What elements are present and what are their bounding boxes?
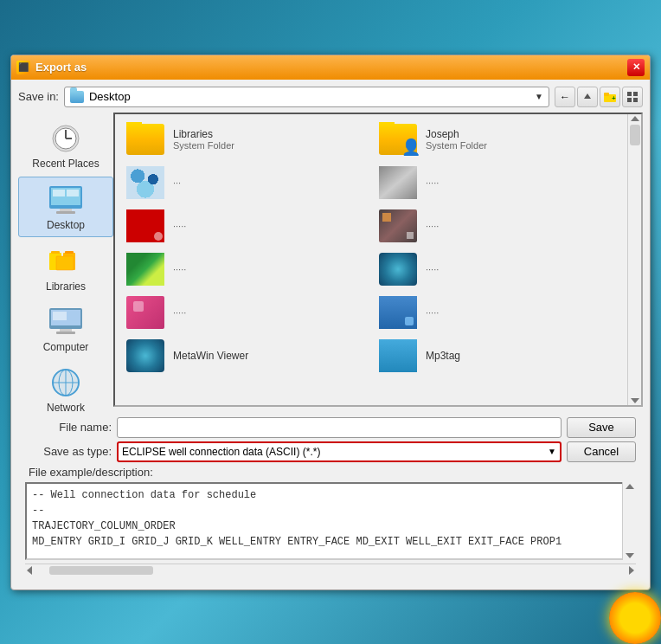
file-thumb-mp3tag (377, 338, 419, 373)
horizontal-scrollbar[interactable] (25, 564, 636, 577)
file-item-3[interactable]: ··· (119, 161, 371, 204)
view-button[interactable] (622, 87, 643, 107)
preview-scroll-up[interactable] (626, 484, 634, 489)
sidebar: Recent Places Desktop (18, 113, 113, 407)
desktop-icon-1 (126, 166, 164, 199)
file-item-10[interactable]: ····· (371, 291, 624, 334)
file-name-4: ····· (426, 177, 439, 188)
file-name-row: File name: Save (25, 417, 636, 438)
preview-scrollbar[interactable] (622, 482, 636, 560)
file-info-9: ····· (173, 307, 186, 318)
save-as-type-value: ECLIPSE well connection data (ASCII) (*.… (122, 446, 320, 458)
recent-places-label: Recent Places (32, 158, 99, 170)
sidebar-item-network[interactable]: Network (18, 360, 113, 419)
file-info-joseph: Joseph System Folder (426, 128, 487, 151)
file-item-6[interactable]: ····· (371, 204, 624, 248)
back-button[interactable]: ← (555, 87, 575, 107)
file-info-6: ····· (426, 221, 439, 231)
file-name-input[interactable] (117, 417, 562, 438)
save-in-dropdown[interactable]: Desktop ▼ (64, 87, 549, 107)
h-scroll-thumb[interactable] (49, 566, 153, 575)
save-as-type-dropdown[interactable]: ECLIPSE well connection data (ASCII) (*.… (117, 441, 562, 462)
preview-scroll-down[interactable] (626, 553, 634, 558)
svg-rect-18 (51, 251, 60, 254)
file-item-5[interactable]: ····· (119, 204, 371, 248)
vertical-scrollbar[interactable] (627, 114, 641, 405)
file-item-8[interactable]: ····· (371, 248, 624, 291)
desktop-icon-2 (379, 166, 417, 199)
folder-new-icon: + (604, 92, 616, 102)
file-item-9[interactable]: ····· (119, 291, 371, 334)
computer-label: Computer (43, 341, 89, 353)
svg-point-31 (54, 370, 78, 395)
file-name-6: ····· (426, 221, 439, 231)
file-thumb-8 (377, 252, 419, 287)
file-thumb-3 (125, 165, 166, 200)
preview-line4: MD_ENTRY GRID_I GRID_J GRID_K WELL_ENTRY… (32, 534, 619, 550)
file-type-joseph: System Folder (426, 140, 487, 151)
network-icon (45, 365, 87, 400)
computer-icon (45, 305, 87, 339)
file-thumb-libraries (125, 122, 166, 157)
save-in-row: Save in: Desktop ▼ ← (18, 87, 643, 107)
file-item-joseph[interactable]: 👤 Joseph System Folder (371, 118, 624, 161)
metawin-icon (126, 339, 164, 372)
sidebar-item-computer[interactable]: Computer (18, 299, 113, 358)
desktop-icon-8 (379, 253, 417, 286)
scroll-down-arrow[interactable] (631, 398, 639, 403)
file-item-4[interactable]: ····· (371, 161, 624, 204)
recent-places-icon (45, 121, 87, 156)
file-item-libraries[interactable]: Libraries System Folder (119, 118, 371, 161)
scroll-thumb[interactable] (630, 125, 640, 145)
svg-text:+: + (612, 94, 616, 102)
desktop-icon-3 (126, 209, 164, 242)
file-thumb-10 (377, 295, 419, 330)
file-info-7: ····· (173, 264, 186, 274)
file-item-mp3tag[interactable]: Mp3tag (371, 334, 624, 377)
file-thumb-9 (125, 295, 166, 330)
file-name-3: ··· (173, 177, 181, 188)
folder-icon (70, 91, 84, 103)
file-info-10: ····· (426, 307, 439, 318)
new-folder-button[interactable]: + (600, 87, 620, 107)
file-name-8: ····· (426, 264, 439, 274)
save-button[interactable]: Save (567, 417, 636, 438)
file-thumb-metawin (125, 338, 166, 373)
view-icon (627, 92, 638, 102)
file-thumb-7 (125, 252, 166, 287)
file-thumb-joseph: 👤 (377, 122, 419, 157)
cancel-button[interactable]: Cancel (567, 441, 636, 462)
app-icon: ⬛ (16, 61, 30, 74)
libraries-icon (45, 244, 87, 279)
desktop-icon-9 (126, 296, 164, 329)
file-item-7[interactable]: ····· (119, 248, 371, 291)
file-name-9: ····· (173, 307, 186, 318)
export-dialog: ⬛ Export as ✕ Save in: Desktop ▼ ← (10, 55, 651, 590)
dropdown-arrow-icon: ▼ (535, 92, 543, 101)
file-preview: -- Well connection data for schedule -- … (25, 482, 636, 560)
preview-line1: -- Well connection data for schedule (32, 487, 619, 503)
desktop-icon-4 (379, 209, 417, 242)
title-bar: ⬛ Export as ✕ (11, 55, 650, 80)
sidebar-item-desktop[interactable]: Desktop (18, 177, 113, 237)
close-button[interactable]: ✕ (627, 59, 645, 76)
svg-rect-4 (633, 92, 638, 96)
libraries-label: Libraries (46, 280, 86, 293)
file-info-5: ····· (173, 221, 186, 231)
sidebar-item-libraries[interactable]: Libraries (18, 239, 113, 298)
svg-rect-15 (53, 190, 65, 196)
file-thumb-5 (125, 209, 166, 243)
dialog-title: Export as (35, 61, 87, 74)
file-item-metawin[interactable]: MetaWin Viewer (119, 334, 371, 377)
file-grid-container: Libraries System Folder 👤 (115, 114, 627, 405)
sun-decoration (609, 592, 661, 644)
svg-rect-6 (633, 98, 638, 102)
scroll-right-arrow[interactable] (629, 566, 634, 575)
up-button[interactable] (577, 87, 598, 107)
file-name-10: ····· (426, 307, 439, 318)
file-name-libraries: Libraries (173, 128, 234, 140)
bottom-section: File name: Save Save as type: ECLIPSE we… (18, 412, 643, 583)
sidebar-item-recent-places[interactable]: Recent Places (18, 116, 113, 175)
file-info-8: ····· (426, 264, 439, 274)
save-in-value: Desktop (89, 90, 131, 103)
